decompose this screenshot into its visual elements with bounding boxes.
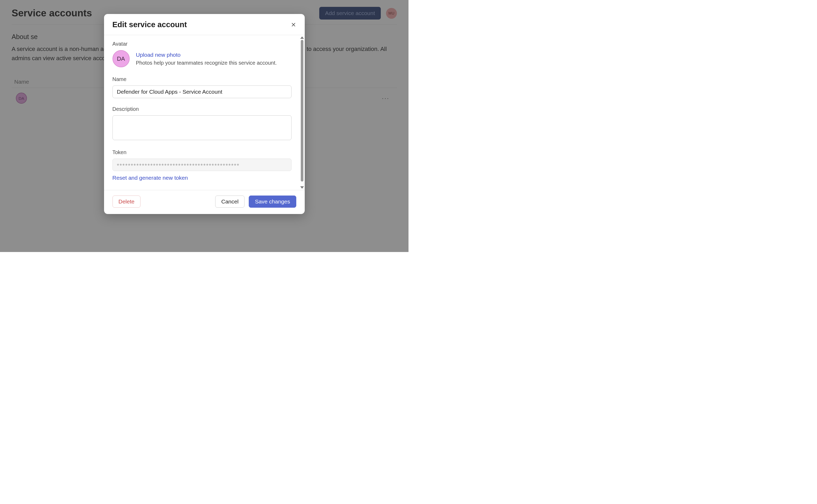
- avatar-label: Avatar: [112, 41, 291, 47]
- modal-body: Avatar DA Upload new photo Photos help y…: [104, 35, 305, 190]
- name-label: Name: [112, 76, 291, 82]
- modal-overlay[interactable]: Edit service account Avatar DA Upload ne…: [0, 0, 408, 252]
- description-label: Description: [112, 106, 291, 112]
- modal-footer: Delete Cancel Save changes: [104, 190, 305, 214]
- avatar-row: DA Upload new photo Photos help your tea…: [112, 50, 291, 67]
- scrollbar[interactable]: [300, 35, 305, 190]
- scroll-thumb[interactable]: [301, 40, 303, 182]
- avatar-section: Avatar DA Upload new photo Photos help y…: [112, 41, 291, 67]
- upload-new-photo-link[interactable]: Upload new photo: [136, 52, 181, 58]
- close-icon: [291, 22, 296, 27]
- scroll-down-icon[interactable]: [300, 186, 304, 189]
- token-masked-display: ****************************************…: [112, 159, 291, 171]
- save-changes-button[interactable]: Save changes: [249, 196, 296, 208]
- upload-hint: Photos help your teammates recognize thi…: [136, 60, 277, 66]
- scroll-up-icon[interactable]: [300, 36, 304, 39]
- edit-service-account-modal: Edit service account Avatar DA Upload ne…: [104, 14, 305, 214]
- modal-title: Edit service account: [112, 20, 187, 29]
- delete-button[interactable]: Delete: [112, 196, 141, 208]
- reset-token-link[interactable]: Reset and generate new token: [112, 175, 188, 181]
- name-input[interactable]: [112, 85, 291, 98]
- description-textarea[interactable]: [112, 115, 291, 140]
- upload-column: Upload new photo Photos help your teamma…: [136, 52, 277, 66]
- description-section: Description: [112, 106, 291, 141]
- token-label: Token: [112, 149, 291, 155]
- close-button[interactable]: [290, 21, 297, 28]
- token-section: Token **********************************…: [112, 149, 291, 181]
- avatar-preview: DA: [112, 50, 130, 67]
- modal-header: Edit service account: [104, 14, 305, 35]
- cancel-button[interactable]: Cancel: [215, 196, 244, 208]
- modal-scroll-area[interactable]: Avatar DA Upload new photo Photos help y…: [104, 35, 300, 190]
- name-section: Name: [112, 76, 291, 98]
